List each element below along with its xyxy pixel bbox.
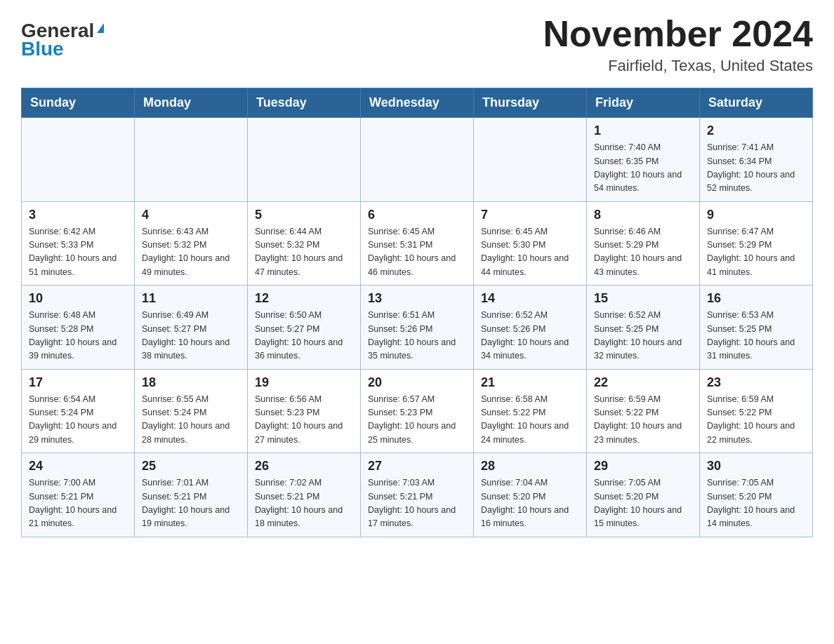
day-number: 4 <box>142 208 240 222</box>
day-number: 22 <box>594 375 692 390</box>
day-info: Sunrise: 6:57 AMSunset: 5:23 PMDaylight:… <box>368 393 466 448</box>
calendar-week-row: 1Sunrise: 7:40 AMSunset: 6:35 PMDaylight… <box>22 118 813 202</box>
logo: General Blue <box>21 21 104 59</box>
day-number: 19 <box>255 375 353 390</box>
day-info: Sunrise: 6:54 AMSunset: 5:24 PMDaylight:… <box>29 393 127 448</box>
calendar-cell <box>135 118 248 202</box>
day-number: 8 <box>594 208 692 222</box>
day-info: Sunrise: 7:02 AMSunset: 5:21 PMDaylight:… <box>255 476 353 531</box>
calendar-cell: 12Sunrise: 6:50 AMSunset: 5:27 PMDayligh… <box>248 286 361 370</box>
logo-triangle-icon <box>97 23 104 33</box>
day-number: 7 <box>481 208 579 222</box>
calendar-cell: 19Sunrise: 6:56 AMSunset: 5:23 PMDayligh… <box>248 369 361 453</box>
calendar-cell: 11Sunrise: 6:49 AMSunset: 5:27 PMDayligh… <box>135 286 248 370</box>
day-info: Sunrise: 6:55 AMSunset: 5:24 PMDaylight:… <box>142 393 240 448</box>
calendar-week-row: 3Sunrise: 6:42 AMSunset: 5:33 PMDaylight… <box>22 201 813 286</box>
calendar-cell: 8Sunrise: 6:46 AMSunset: 5:29 PMDaylight… <box>587 201 700 286</box>
day-number: 26 <box>255 459 353 474</box>
day-number: 10 <box>29 291 127 306</box>
day-info: Sunrise: 6:52 AMSunset: 5:26 PMDaylight:… <box>481 309 579 363</box>
calendar-header-thursday: Thursday <box>474 88 587 118</box>
day-number: 9 <box>707 208 805 222</box>
page-subtitle: Fairfield, Texas, United States <box>543 57 813 75</box>
calendar-cell: 23Sunrise: 6:59 AMSunset: 5:22 PMDayligh… <box>700 369 813 453</box>
calendar-week-row: 17Sunrise: 6:54 AMSunset: 5:24 PMDayligh… <box>22 369 813 453</box>
day-number: 16 <box>707 291 805 306</box>
day-number: 28 <box>481 459 579 474</box>
day-number: 21 <box>481 375 579 390</box>
day-info: Sunrise: 6:43 AMSunset: 5:32 PMDaylight:… <box>142 225 240 280</box>
calendar-cell: 10Sunrise: 6:48 AMSunset: 5:28 PMDayligh… <box>22 286 135 370</box>
day-number: 3 <box>29 208 127 222</box>
calendar-cell: 17Sunrise: 6:54 AMSunset: 5:24 PMDayligh… <box>22 369 135 453</box>
day-number: 29 <box>594 459 692 474</box>
calendar-header: SundayMondayTuesdayWednesdayThursdayFrid… <box>22 88 813 118</box>
day-info: Sunrise: 6:46 AMSunset: 5:29 PMDaylight:… <box>594 225 692 280</box>
calendar-cell: 16Sunrise: 6:53 AMSunset: 5:25 PMDayligh… <box>700 286 813 370</box>
day-number: 11 <box>142 291 240 306</box>
day-number: 24 <box>29 459 127 474</box>
page-title: November 2024 <box>543 14 813 54</box>
calendar-cell: 4Sunrise: 6:43 AMSunset: 5:32 PMDaylight… <box>135 201 248 286</box>
calendar-cell: 7Sunrise: 6:45 AMSunset: 5:30 PMDaylight… <box>474 201 587 286</box>
day-info: Sunrise: 6:58 AMSunset: 5:22 PMDaylight:… <box>481 393 579 448</box>
day-number: 18 <box>142 375 240 390</box>
calendar-cell: 2Sunrise: 7:41 AMSunset: 6:34 PMDaylight… <box>700 118 813 202</box>
day-number: 15 <box>594 291 692 306</box>
day-info: Sunrise: 6:42 AMSunset: 5:33 PMDaylight:… <box>29 225 127 280</box>
calendar-header-saturday: Saturday <box>700 88 813 118</box>
calendar-header-monday: Monday <box>135 88 248 118</box>
calendar-cell: 5Sunrise: 6:44 AMSunset: 5:32 PMDaylight… <box>248 201 361 286</box>
day-info: Sunrise: 7:04 AMSunset: 5:20 PMDaylight:… <box>481 476 579 531</box>
day-info: Sunrise: 6:45 AMSunset: 5:31 PMDaylight:… <box>368 225 466 280</box>
calendar-cell: 22Sunrise: 6:59 AMSunset: 5:22 PMDayligh… <box>587 369 700 453</box>
day-info: Sunrise: 6:45 AMSunset: 5:30 PMDaylight:… <box>481 225 579 280</box>
calendar-cell: 26Sunrise: 7:02 AMSunset: 5:21 PMDayligh… <box>248 453 361 537</box>
day-info: Sunrise: 6:50 AMSunset: 5:27 PMDaylight:… <box>255 309 353 363</box>
calendar-cell: 25Sunrise: 7:01 AMSunset: 5:21 PMDayligh… <box>135 453 248 537</box>
day-number: 6 <box>368 208 466 222</box>
day-number: 12 <box>255 291 353 306</box>
calendar-header-friday: Friday <box>587 88 700 118</box>
calendar-cell: 24Sunrise: 7:00 AMSunset: 5:21 PMDayligh… <box>22 453 135 537</box>
day-number: 13 <box>368 291 466 306</box>
calendar-cell <box>22 118 135 202</box>
calendar-header-sunday: Sunday <box>22 88 135 118</box>
calendar-cell: 21Sunrise: 6:58 AMSunset: 5:22 PMDayligh… <box>474 369 587 453</box>
calendar-cell <box>474 118 587 202</box>
day-number: 2 <box>707 123 805 138</box>
title-area: November 2024 Fairfield, Texas, United S… <box>543 14 813 75</box>
day-info: Sunrise: 7:03 AMSunset: 5:21 PMDaylight:… <box>368 476 466 531</box>
calendar-cell <box>248 118 361 202</box>
day-number: 20 <box>368 375 466 390</box>
day-info: Sunrise: 6:51 AMSunset: 5:26 PMDaylight:… <box>368 309 466 363</box>
day-info: Sunrise: 7:05 AMSunset: 5:20 PMDaylight:… <box>594 476 692 531</box>
day-number: 23 <box>707 375 805 390</box>
calendar-cell: 6Sunrise: 6:45 AMSunset: 5:31 PMDaylight… <box>361 201 474 286</box>
header: General Blue November 2024 Fairfield, Te… <box>21 14 813 75</box>
logo-text-blue: Blue <box>21 39 64 59</box>
day-info: Sunrise: 6:49 AMSunset: 5:27 PMDaylight:… <box>142 309 240 363</box>
day-info: Sunrise: 7:40 AMSunset: 6:35 PMDaylight:… <box>594 141 692 196</box>
calendar-cell: 20Sunrise: 6:57 AMSunset: 5:23 PMDayligh… <box>361 369 474 453</box>
day-info: Sunrise: 7:41 AMSunset: 6:34 PMDaylight:… <box>707 141 805 196</box>
calendar-cell: 13Sunrise: 6:51 AMSunset: 5:26 PMDayligh… <box>361 286 474 370</box>
day-info: Sunrise: 6:56 AMSunset: 5:23 PMDaylight:… <box>255 393 353 448</box>
day-info: Sunrise: 7:05 AMSunset: 5:20 PMDaylight:… <box>707 476 805 531</box>
day-info: Sunrise: 6:44 AMSunset: 5:32 PMDaylight:… <box>255 225 353 280</box>
day-number: 30 <box>707 459 805 474</box>
day-info: Sunrise: 6:53 AMSunset: 5:25 PMDaylight:… <box>707 309 805 363</box>
calendar-cell: 18Sunrise: 6:55 AMSunset: 5:24 PMDayligh… <box>135 369 248 453</box>
calendar-cell: 28Sunrise: 7:04 AMSunset: 5:20 PMDayligh… <box>474 453 587 537</box>
day-number: 25 <box>142 459 240 474</box>
calendar-week-row: 10Sunrise: 6:48 AMSunset: 5:28 PMDayligh… <box>22 286 813 370</box>
calendar-cell: 30Sunrise: 7:05 AMSunset: 5:20 PMDayligh… <box>700 453 813 537</box>
day-info: Sunrise: 6:59 AMSunset: 5:22 PMDaylight:… <box>594 393 692 448</box>
calendar-cell: 3Sunrise: 6:42 AMSunset: 5:33 PMDaylight… <box>22 201 135 286</box>
day-info: Sunrise: 7:01 AMSunset: 5:21 PMDaylight:… <box>142 476 240 531</box>
day-number: 14 <box>481 291 579 306</box>
day-number: 27 <box>368 459 466 474</box>
calendar-cell: 27Sunrise: 7:03 AMSunset: 5:21 PMDayligh… <box>361 453 474 537</box>
day-number: 1 <box>594 123 692 138</box>
calendar-cell: 15Sunrise: 6:52 AMSunset: 5:25 PMDayligh… <box>587 286 700 370</box>
